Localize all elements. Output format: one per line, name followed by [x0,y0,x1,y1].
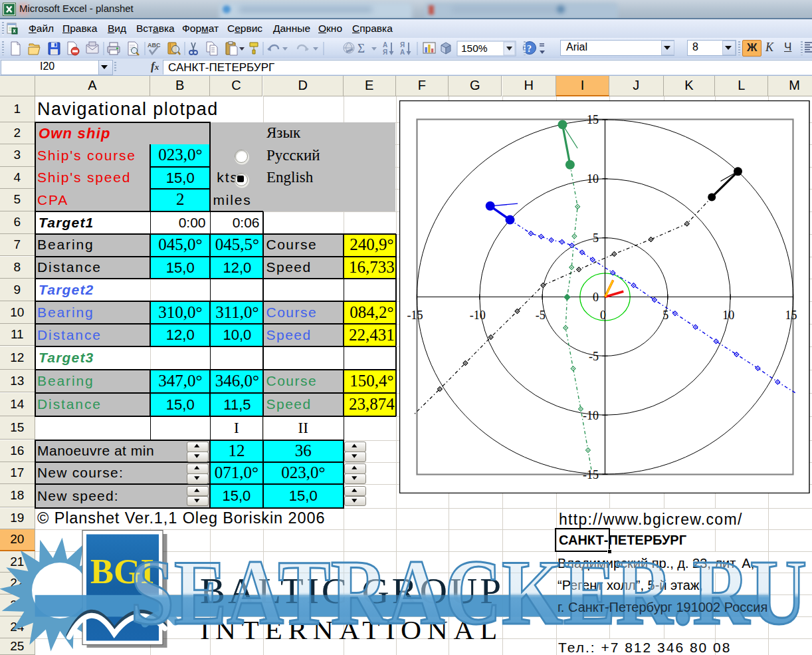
svg-text:-15: -15 [583,468,599,481]
svg-text:Я: Я [400,41,405,49]
svg-text:А: А [383,41,387,49]
svg-text:5: 5 [593,231,599,245]
svg-text:Σ: Σ [357,41,365,55]
svg-text:10: 10 [722,309,734,322]
svg-text:?: ? [527,44,532,54]
svg-text:5: 5 [662,309,668,322]
svg-text:SEATRACKER.RU: SEATRACKER.RU [130,541,807,644]
svg-text:10: 10 [587,172,599,186]
svg-text:0: 0 [593,291,599,304]
svg-text:А: А [400,49,405,56]
svg-text:15: 15 [587,113,599,126]
svg-text:-5: -5 [589,350,599,363]
svg-text:ABC: ABC [148,42,161,49]
svg-text:15: 15 [785,309,797,322]
svg-text:-5: -5 [536,309,546,322]
svg-text:0: 0 [600,309,606,322]
svg-text:-15: -15 [407,309,423,322]
svg-text:-10: -10 [470,309,486,322]
svg-text:-10: -10 [583,409,599,422]
svg-text:Я: Я [383,49,387,56]
svg-text:150%: 150% [461,43,488,54]
